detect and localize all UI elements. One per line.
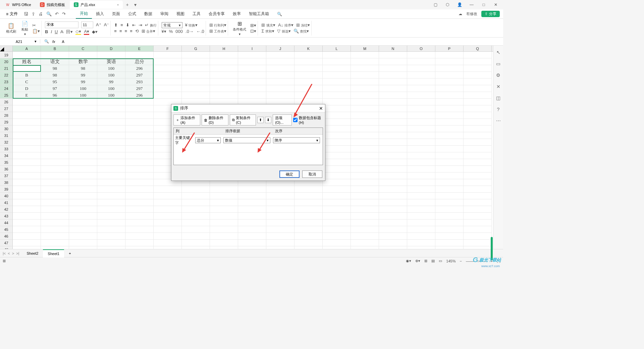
menu-search-icon[interactable]: 🔍 [273, 9, 286, 19]
cell[interactable] [294, 52, 323, 58]
cell[interactable] [323, 186, 351, 193]
cell[interactable] [407, 246, 435, 249]
cell[interactable] [294, 85, 323, 92]
row-header[interactable]: 28 [0, 112, 13, 119]
cell[interactable] [464, 139, 492, 146]
cell[interactable] [464, 132, 492, 139]
cell[interactable] [351, 58, 379, 65]
cell[interactable] [379, 226, 407, 233]
cell[interactable] [97, 240, 125, 246]
cell[interactable] [97, 219, 125, 226]
cell[interactable] [154, 193, 182, 199]
cell[interactable] [154, 226, 182, 233]
cell[interactable] [69, 146, 97, 152]
cell[interactable] [13, 233, 41, 240]
redo-icon[interactable]: ↷ [62, 11, 66, 16]
dec-dec-icon[interactable]: ←.0 [196, 29, 204, 34]
freeze-button[interactable]: ⊞ 冻结▾ [296, 22, 310, 28]
cell[interactable] [323, 179, 351, 186]
sidebar-chart-icon[interactable]: ◫ [496, 95, 500, 101]
cell[interactable] [97, 99, 125, 105]
col-header[interactable]: O [407, 46, 435, 51]
cell[interactable] [351, 159, 379, 166]
col-header[interactable]: F [154, 46, 182, 51]
avatar-icon[interactable]: 👤 [456, 2, 463, 7]
cell[interactable] [323, 226, 351, 233]
cell[interactable]: 数学 [69, 58, 97, 65]
cell[interactable] [323, 52, 351, 58]
bold-icon[interactable]: B [45, 29, 48, 34]
cell[interactable] [13, 193, 41, 199]
cell[interactable] [182, 92, 210, 99]
cell[interactable] [435, 52, 464, 58]
cell[interactable] [238, 246, 266, 249]
align-left-icon[interactable]: ≡ [114, 29, 117, 34]
cell[interactable] [69, 193, 97, 199]
view-page-icon[interactable]: ▤ [431, 259, 435, 263]
cell[interactable] [323, 112, 351, 119]
cell[interactable] [351, 85, 379, 92]
cell[interactable] [125, 199, 154, 206]
fx-label[interactable]: fx [52, 40, 55, 44]
cell[interactable]: 296 [125, 92, 154, 99]
cell[interactable] [210, 65, 238, 72]
cell[interactable] [266, 58, 294, 65]
cell[interactable] [323, 105, 351, 112]
cell[interactable] [435, 213, 464, 219]
row-header[interactable]: 37 [0, 172, 13, 179]
menu-formula[interactable]: 公式 [124, 9, 140, 19]
row-header[interactable]: 45 [0, 226, 13, 233]
cell[interactable] [407, 146, 435, 152]
cell[interactable]: 297 [125, 85, 154, 92]
cell[interactable] [407, 139, 435, 146]
sidebar-help-icon[interactable]: ? [497, 107, 500, 112]
cell[interactable]: E [13, 92, 41, 99]
cell[interactable] [13, 199, 41, 206]
row-header[interactable]: 46 [0, 233, 13, 240]
cell[interactable] [351, 92, 379, 99]
cell[interactable] [323, 58, 351, 65]
cell[interactable] [379, 58, 407, 65]
cell[interactable] [351, 199, 379, 206]
cell[interactable] [351, 219, 379, 226]
share-button[interactable]: ⇧分享 [481, 11, 500, 17]
cell[interactable] [266, 186, 294, 193]
tab-wps-office[interactable]: W WPS Office [1, 1, 35, 9]
undo-icon[interactable]: ↶ [55, 11, 59, 16]
sheet-nav-first[interactable]: |< [3, 251, 6, 255]
cell[interactable] [351, 72, 379, 79]
vertical-scrollbar[interactable] [490, 96, 493, 272]
cell[interactable] [464, 126, 492, 132]
cell[interactable] [97, 126, 125, 132]
filter-button[interactable]: ▽ 筛选▾ [277, 29, 291, 34]
cell[interactable] [379, 213, 407, 219]
col-header[interactable]: M [351, 46, 379, 51]
preview-icon[interactable]: 🔍 [46, 11, 52, 16]
cell[interactable] [407, 233, 435, 240]
cell[interactable] [351, 213, 379, 219]
cell[interactable] [407, 52, 435, 58]
ok-button[interactable]: 确定 [279, 170, 300, 178]
cell[interactable] [41, 119, 69, 126]
cell[interactable] [13, 132, 41, 139]
cell[interactable] [13, 159, 41, 166]
cell[interactable] [379, 246, 407, 249]
cell[interactable] [435, 112, 464, 119]
cell[interactable] [464, 186, 492, 193]
column-select[interactable]: 总分▾ [195, 137, 221, 143]
select-all-corner[interactable]: ◢ [0, 46, 13, 51]
cell[interactable] [435, 65, 464, 72]
cell[interactable] [379, 72, 407, 79]
cell[interactable] [13, 213, 41, 219]
cell[interactable] [464, 92, 492, 99]
cell[interactable] [435, 152, 464, 159]
move-down-button[interactable]: ⬇ [265, 117, 271, 123]
cell[interactable]: 99 [69, 72, 97, 79]
row-header[interactable]: 47 [0, 240, 13, 246]
cell[interactable] [266, 199, 294, 206]
cell[interactable] [351, 166, 379, 172]
cell[interactable] [435, 99, 464, 105]
cell[interactable] [323, 92, 351, 99]
row-header[interactable]: 39 [0, 186, 13, 193]
cell[interactable] [210, 193, 238, 199]
